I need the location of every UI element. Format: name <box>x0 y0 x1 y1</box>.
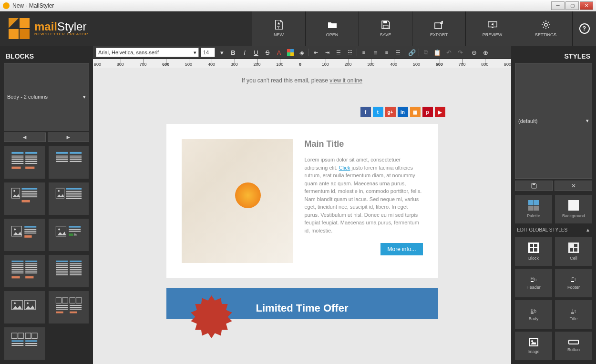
svg-rect-79 <box>56 263 68 264</box>
svg-rect-12 <box>25 157 37 158</box>
block-thumb[interactable] <box>4 327 45 360</box>
svg-rect-70 <box>25 269 37 270</box>
view-online-link[interactable]: view it online <box>329 77 362 84</box>
minimize-button[interactable]: ─ <box>551 1 565 10</box>
svg-text:★: ★ <box>277 21 280 26</box>
copy-button[interactable]: ⧉ <box>421 48 431 57</box>
number-list-button[interactable]: ☷ <box>345 48 355 57</box>
block-thumb[interactable] <box>4 254 45 288</box>
align-left-button[interactable]: ≡ <box>359 48 369 57</box>
blocks-next-button[interactable]: ► <box>48 132 90 142</box>
export-label: EXPORT <box>430 32 448 37</box>
svg-rect-28 <box>70 159 82 160</box>
close-button[interactable]: ✕ <box>580 1 593 10</box>
canvas[interactable]: If you can't read this email, please vie… <box>93 68 511 364</box>
svg-rect-43 <box>66 193 82 194</box>
image-style-button[interactable]: Image <box>515 332 552 360</box>
svg-rect-71 <box>11 271 23 272</box>
block-thumb[interactable]: % <box>48 218 90 252</box>
block-thumb[interactable] <box>4 146 45 179</box>
clear-format-button[interactable]: ◈ <box>297 48 307 57</box>
email-title[interactable]: Main Title <box>305 139 423 149</box>
block-thumb[interactable] <box>48 291 90 324</box>
save-button[interactable]: SAVE <box>359 11 412 46</box>
font-size-select[interactable]: 14 <box>201 48 215 57</box>
bg-color-button[interactable] <box>286 48 295 57</box>
blocks-prev-button[interactable]: ◄ <box>4 132 46 142</box>
style-save-button[interactable] <box>515 181 553 191</box>
settings-button[interactable]: SETTINGS <box>519 11 572 46</box>
new-icon: ★ <box>274 20 284 30</box>
align-right-button[interactable]: ≡ <box>382 48 391 57</box>
zoom-out-button[interactable]: ⊖ <box>469 48 479 57</box>
footer-style-button[interactable]: FfFooter <box>555 269 592 297</box>
chevron-down-icon[interactable]: ▾ <box>217 48 226 57</box>
header-style-button[interactable]: HhHeader <box>515 269 552 297</box>
email-image[interactable] <box>182 139 293 263</box>
save-icon <box>381 20 390 30</box>
new-button[interactable]: ★ NEW <box>252 11 305 46</box>
more-info-button[interactable]: More info... <box>380 243 422 255</box>
strike-button[interactable]: S <box>263 48 272 57</box>
body-link[interactable]: Click <box>339 165 350 171</box>
button-style-button[interactable]: Button <box>555 332 592 360</box>
email-body[interactable]: Lorem ipsum dolor sit amet, consectetuer… <box>305 156 423 234</box>
body-style-button[interactable]: BbBody <box>515 300 552 329</box>
bold-button[interactable]: B <box>228 48 238 57</box>
block-style-button[interactable]: Block <box>515 237 552 266</box>
social-linkedin-icon[interactable]: in <box>398 107 408 117</box>
palette-button[interactable]: Palette <box>515 195 552 223</box>
italic-button[interactable]: I <box>240 48 249 57</box>
preview-button[interactable]: PREVIEW <box>465 11 519 46</box>
help-button[interactable]: ? <box>572 11 596 46</box>
svg-rect-51 <box>24 231 36 232</box>
svg-rect-113 <box>11 340 23 342</box>
export-button[interactable]: EXPORT <box>412 11 465 46</box>
blocks-category-select[interactable]: Body - 2 columns▾ <box>4 63 89 131</box>
block-thumb[interactable] <box>4 218 45 252</box>
social-rss-icon[interactable]: ▦ <box>410 107 421 117</box>
block-thumb[interactable] <box>4 291 45 324</box>
underline-button[interactable]: U <box>251 48 261 57</box>
social-twitter-icon[interactable]: t <box>373 107 383 117</box>
social-pinterest-icon[interactable]: p <box>422 107 433 117</box>
font-family-select[interactable]: Arial, Helvetica, sans-serif▾ <box>96 48 199 57</box>
align-justify-button[interactable]: ☰ <box>393 48 403 57</box>
maximize-button[interactable]: ▢ <box>565 1 579 10</box>
block-thumb[interactable] <box>4 182 45 215</box>
undo-button[interactable]: ↶ <box>444 48 453 57</box>
preheader[interactable]: If you can't read this email, please vie… <box>93 73 511 88</box>
redo-button[interactable]: ↷ <box>455 48 465 57</box>
svg-rect-10 <box>25 156 37 157</box>
social-facebook-icon[interactable]: f <box>360 107 371 117</box>
social-youtube-icon[interactable]: ▶ <box>435 107 445 117</box>
link-button[interactable]: 🔗 <box>407 48 417 57</box>
styles-select[interactable]: (default)▾ <box>515 63 592 179</box>
block-icon <box>528 243 539 253</box>
svg-rect-15 <box>11 161 23 162</box>
title-style-button[interactable]: TtTitle <box>555 300 592 329</box>
svg-rect-25 <box>56 157 68 158</box>
svg-rect-21 <box>56 152 68 154</box>
block-thumb[interactable] <box>48 254 90 288</box>
indent-button[interactable]: ⇥ <box>322 48 332 57</box>
svg-rect-80 <box>70 263 82 264</box>
global-styles-header[interactable]: EDIT GLOBAL STYLES▲ <box>515 223 592 233</box>
outdent-button[interactable]: ⇤ <box>311 48 320 57</box>
zoom-in-button[interactable]: ⊕ <box>481 48 490 57</box>
header-icon: Hh <box>531 276 537 282</box>
email-block[interactable]: Main Title Lorem ipsum dolor sit amet, c… <box>166 124 438 278</box>
style-delete-button[interactable]: ✕ <box>555 181 592 191</box>
cell-style-button[interactable]: Cell <box>555 237 592 266</box>
bullet-list-button[interactable]: ☰ <box>334 48 343 57</box>
align-center-button[interactable]: ≣ <box>370 48 380 57</box>
open-button[interactable]: OPEN <box>305 11 359 46</box>
block-thumb[interactable] <box>48 182 90 215</box>
font-color-button[interactable]: A <box>274 48 284 57</box>
block-thumb[interactable] <box>48 146 90 179</box>
background-button[interactable]: Background <box>555 195 592 223</box>
offer-block[interactable]: Limited Time Offer <box>166 288 438 319</box>
svg-rect-22 <box>70 152 82 154</box>
social-google-icon[interactable]: g+ <box>385 107 396 117</box>
paste-button[interactable]: 📋 <box>432 48 442 57</box>
